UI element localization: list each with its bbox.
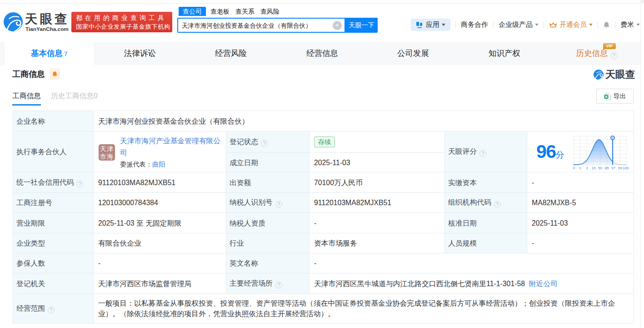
svg-text:85: 85 <box>605 166 609 170</box>
svg-text:15: 15 <box>591 166 595 170</box>
svg-text:50: 50 <box>598 166 602 170</box>
svg-text:100: 100 <box>623 166 629 170</box>
svg-text:1: 1 <box>579 166 581 170</box>
svg-text:97: 97 <box>611 166 615 170</box>
svg-text:0: 0 <box>573 166 575 170</box>
svg-text:3: 3 <box>586 166 588 170</box>
svg-text:99: 99 <box>618 166 622 170</box>
